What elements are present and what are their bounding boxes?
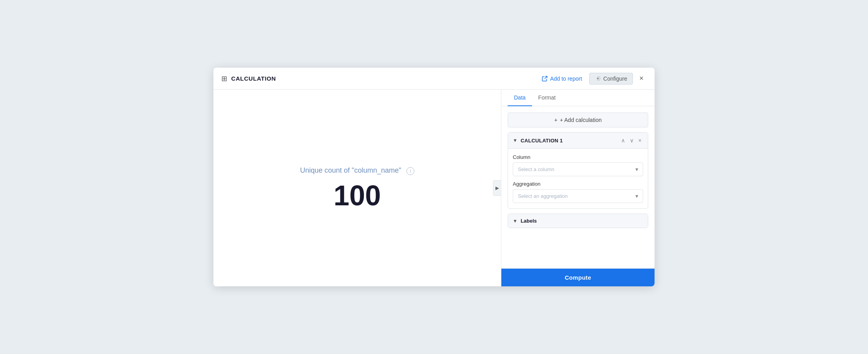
- remove-calculation-button[interactable]: ×: [637, 136, 643, 144]
- modal-body: Unique count of "column_name" i 100 ▶ Da…: [213, 90, 655, 286]
- collapse-arrow-icon: ▶: [495, 185, 499, 191]
- modal-header: ⊞ CALCULATION Add to report Configure ×: [213, 68, 655, 90]
- modal-container: ⊞ CALCULATION Add to report Configure ×: [213, 68, 655, 286]
- metric-label: Unique count of "column_name" i: [300, 166, 414, 175]
- section-actions: ∧ ∨ ×: [619, 136, 643, 144]
- tab-format[interactable]: Format: [532, 90, 562, 106]
- aggregation-label: Aggregation: [513, 181, 643, 187]
- left-panel: Unique count of "column_name" i 100 ▶: [213, 90, 501, 286]
- chevron-down-icon: ▼: [513, 138, 517, 143]
- collapse-panel-button[interactable]: ▶: [493, 180, 501, 196]
- compute-button[interactable]: Compute: [501, 269, 655, 286]
- metric-value: 100: [334, 181, 381, 210]
- labels-section: ▼ Labels: [508, 214, 648, 228]
- plus-icon: +: [554, 117, 557, 123]
- external-link-icon: [542, 76, 548, 82]
- aggregation-select-wrapper: Select an aggregation ▼: [513, 189, 643, 203]
- column-field: Column Select a column ▼: [513, 154, 643, 176]
- gear-icon: [595, 76, 601, 81]
- labels-chevron-icon: ▼: [513, 218, 517, 224]
- panel-content: + + Add calculation ▼ CALCULATION 1 ∧ ∨ …: [501, 106, 655, 268]
- aggregation-select[interactable]: Select an aggregation: [513, 189, 643, 203]
- column-label: Column: [513, 154, 643, 160]
- panel-footer: Compute: [501, 268, 655, 286]
- configure-button[interactable]: Configure: [589, 73, 633, 85]
- labels-section-title: Labels: [521, 218, 537, 224]
- column-select-wrapper: Select a column ▼: [513, 162, 643, 176]
- calculation-section-title: CALCULATION 1: [521, 138, 616, 144]
- add-report-label: Add to report: [550, 76, 582, 82]
- close-button[interactable]: ×: [636, 73, 647, 84]
- move-down-button[interactable]: ∨: [628, 136, 635, 144]
- column-select[interactable]: Select a column: [513, 162, 643, 176]
- configure-label: Configure: [603, 76, 627, 82]
- tab-data[interactable]: Data: [508, 90, 532, 106]
- calculation-section-header: ▼ CALCULATION 1 ∧ ∨ ×: [508, 133, 648, 149]
- right-panel: Data Format + + Add calculation ▼ CALCU: [501, 90, 655, 286]
- add-to-report-button[interactable]: Add to report: [538, 73, 586, 84]
- tab-bar: Data Format: [501, 90, 655, 106]
- info-icon[interactable]: i: [406, 167, 414, 175]
- aggregation-field: Aggregation Select an aggregation ▼: [513, 181, 643, 203]
- calculation-section-body: Column Select a column ▼ Aggregation: [508, 149, 648, 208]
- add-calculation-button[interactable]: + + Add calculation: [508, 112, 648, 127]
- calculation-section: ▼ CALCULATION 1 ∧ ∨ × Column: [508, 132, 648, 209]
- labels-section-header[interactable]: ▼ Labels: [508, 214, 648, 228]
- move-up-button[interactable]: ∧: [619, 136, 627, 144]
- modal-title: CALCULATION: [231, 75, 534, 82]
- header-actions: Add to report Configure ×: [538, 73, 647, 85]
- calculator-icon: ⊞: [221, 74, 227, 83]
